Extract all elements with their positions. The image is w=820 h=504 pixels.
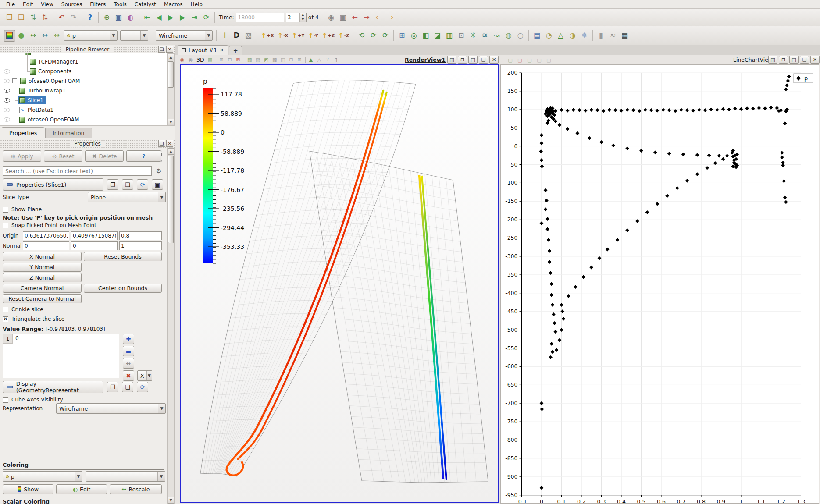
- rescale-visible-icon[interactable]: ↔: [51, 30, 63, 42]
- chart-close-button[interactable]: ✕: [810, 56, 820, 64]
- menu-file[interactable]: File: [3, 0, 18, 8]
- close-tab-icon[interactable]: ✕: [220, 47, 224, 53]
- cylinder-source-icon[interactable]: ▮: [595, 30, 607, 42]
- tree-item-body[interactable]: Slice1: [18, 96, 46, 104]
- set-view-plus-z-button[interactable]: ↑+Z: [320, 30, 336, 42]
- probe-location-icon[interactable]: ◔: [543, 30, 555, 42]
- visibility-eye-icon[interactable]: [4, 117, 10, 122]
- extract-group-icon[interactable]: ○: [514, 30, 526, 42]
- add-value-button[interactable]: ✚: [123, 334, 134, 344]
- pipeline-scrollbar[interactable]: ▲ ▼: [167, 53, 175, 126]
- select-surface-points-icon[interactable]: ▨: [254, 56, 262, 64]
- zoom-closest-icon[interactable]: ⊠: [234, 56, 242, 64]
- open-file-icon[interactable]: ❐: [4, 11, 15, 23]
- tab-properties[interactable]: Properties: [2, 127, 44, 138]
- whats-this-icon[interactable]: ?: [324, 56, 332, 64]
- render-view[interactable]: p117.7858.8890-58.889-117.78-176.67-235.…: [180, 64, 499, 503]
- dock-close-icon[interactable]: ✕: [166, 140, 173, 147]
- set-view-minus-y-button[interactable]: ↑-Y: [307, 30, 321, 42]
- select-region-icon[interactable]: ▧: [242, 30, 254, 42]
- properties-section-bar[interactable]: Properties (Slice1): [3, 178, 103, 191]
- representation-property-combo[interactable]: Wireframe▼: [56, 403, 166, 414]
- pipeline-item-turbounwrap1[interactable]: TurboUnwrap1: [0, 86, 167, 96]
- tree-item-body[interactable]: TCFDManager1: [29, 58, 81, 66]
- delete-button[interactable]: ✖Delete: [85, 150, 124, 162]
- menu-help[interactable]: Help: [187, 0, 206, 8]
- dock-close-icon[interactable]: ✕: [166, 46, 173, 53]
- color-field-combo[interactable]: p▼: [64, 30, 118, 41]
- reset-camera-icon[interactable]: ⊟: [226, 56, 234, 64]
- origin-y-field[interactable]: [71, 231, 118, 240]
- dock-float-icon[interactable]: ❏: [158, 140, 165, 147]
- chart-export-icon[interactable]: ▢: [545, 56, 553, 64]
- tree-item-body[interactable]: ofcase0.OpenFOAM: [18, 116, 82, 124]
- render-view-canvas[interactable]: p117.7858.8890-58.889-117.78-176.67-235.…: [181, 65, 498, 502]
- reset-center-icon[interactable]: △: [315, 56, 324, 64]
- coloring-component-combo[interactable]: ▼: [86, 471, 165, 482]
- z-normal-button[interactable]: Z Normal: [3, 273, 82, 282]
- render-maximize-button[interactable]: □: [468, 56, 478, 64]
- triangulate-checkbox[interactable]: [3, 316, 8, 322]
- calculator-icon[interactable]: ⊞: [396, 30, 408, 42]
- context-help-button[interactable]: ?: [126, 150, 161, 162]
- rotate-right-icon[interactable]: ⟳: [367, 30, 379, 42]
- delete-all-values-button[interactable]: ✖: [123, 370, 134, 381]
- camera-normal-button[interactable]: Camera Normal: [3, 284, 82, 293]
- chart-select-rect-icon[interactable]: ▢: [506, 56, 514, 64]
- save-screenshot-icon[interactable]: ◉: [178, 56, 186, 64]
- colormap-button[interactable]: [4, 30, 15, 42]
- select-block-icon[interactable]: ◫: [279, 56, 287, 64]
- chart-split-horizontal-button[interactable]: ◫: [768, 56, 777, 64]
- menu-view[interactable]: View: [37, 0, 57, 8]
- set-view-plus-y-button[interactable]: ↑+Y: [290, 30, 306, 42]
- snap-point-checkbox[interactable]: [3, 223, 8, 228]
- add-layout-tab[interactable]: +: [229, 46, 242, 55]
- chart-maximize-button[interactable]: □: [789, 56, 799, 64]
- remove-value-button[interactable]: ▬: [123, 346, 134, 356]
- visibility-eye-icon[interactable]: [4, 89, 10, 93]
- edit-colormap-button[interactable]: ◐Edit: [56, 484, 107, 494]
- save-defaults-icon[interactable]: ▣: [152, 179, 163, 190]
- macro-icon-3[interactable]: ⇐: [373, 11, 385, 23]
- search-input[interactable]: [3, 166, 152, 176]
- show-plane-checkbox[interactable]: [3, 207, 8, 213]
- render-split-vertical-button[interactable]: ⊟: [458, 56, 467, 64]
- chart-select-minus-icon[interactable]: ▢: [516, 56, 524, 64]
- representation-combo[interactable]: Wireframe▼: [156, 30, 213, 41]
- paste-properties-icon[interactable]: ❏: [122, 179, 133, 190]
- crinkle-slice-checkbox[interactable]: [3, 307, 8, 312]
- tree-item-body[interactable]: ∿PlotData1: [18, 106, 56, 114]
- pick-center-icon[interactable]: ▲: [307, 56, 315, 64]
- group-datasets-icon[interactable]: ◍: [503, 30, 514, 42]
- normal-y-field[interactable]: [71, 241, 118, 250]
- axis-scale-combo[interactable]: X▼: [137, 370, 152, 381]
- line-chart-view[interactable]: 200150100500-50-100-150-200-250-300-350-…: [500, 64, 819, 504]
- copy-properties-icon[interactable]: ❐: [107, 179, 118, 190]
- time-probe-icon[interactable]: ◑: [567, 30, 578, 42]
- spin-arrows[interactable]: ▲▼: [299, 13, 306, 22]
- visibility-eye-icon[interactable]: [4, 108, 10, 112]
- paste-display-icon[interactable]: ❏: [122, 382, 133, 392]
- rotate-left-icon[interactable]: ⟲: [356, 30, 367, 42]
- dock-float-icon[interactable]: ❏: [158, 46, 165, 53]
- clear-view-icon[interactable]: ▯: [332, 56, 340, 64]
- origin-z-field[interactable]: [119, 231, 162, 240]
- select-frustum-cells-icon[interactable]: ◩: [262, 56, 271, 64]
- warp-icon[interactable]: ↝: [491, 30, 503, 42]
- pipeline-tree[interactable]: −TCFDManager1Componentsofcase0.OpenFOAMT…: [0, 53, 167, 126]
- color-legend[interactable]: p117.7858.8890-58.889-117.78-176.67-235.…: [203, 78, 244, 263]
- reset-button[interactable]: ⊘Reset: [44, 150, 82, 162]
- disconnect-server-icon[interactable]: ⇅: [39, 11, 51, 23]
- last-frame-icon[interactable]: ⇥: [189, 11, 200, 23]
- properties-scrollbar[interactable]: ▲ ▼: [167, 148, 175, 504]
- render-float-button[interactable]: ❏: [479, 56, 488, 64]
- slice-offsets-table[interactable]: 1 0: [3, 334, 119, 378]
- chart-split-vertical-button[interactable]: ⊟: [779, 56, 788, 64]
- orientation-axes-icon[interactable]: ▦: [206, 56, 214, 64]
- copy-display-icon[interactable]: ❐: [107, 382, 118, 392]
- rescale-button[interactable]: ↔Rescale: [110, 484, 162, 494]
- restore-display-defaults-icon[interactable]: ⟳: [137, 382, 148, 392]
- tcfd-report-icon[interactable]: ▤: [531, 30, 543, 42]
- chart-toggle-selection-icon[interactable]: ▢: [535, 56, 543, 64]
- redo-icon[interactable]: ↷: [68, 11, 79, 23]
